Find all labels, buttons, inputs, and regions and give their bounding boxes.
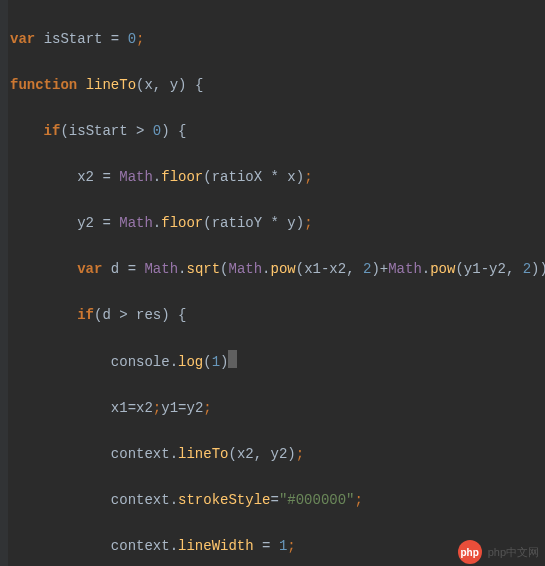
- watermark: php php中文网: [458, 540, 539, 564]
- code-line: function lineTo(x, y) {: [10, 74, 545, 97]
- code-line: context.lineTo(x2, y2);: [10, 443, 545, 466]
- text-cursor: [228, 350, 237, 368]
- code-line: if(d > res) {: [10, 304, 545, 327]
- watermark-text: php中文网: [488, 541, 539, 564]
- code-line: if(isStart > 0) {: [10, 120, 545, 143]
- editor-gutter: [0, 0, 8, 566]
- code-line: y2 = Math.floor(ratioY * y);: [10, 212, 545, 235]
- code-editor[interactable]: var isStart = 0; function lineTo(x, y) {…: [0, 0, 545, 566]
- watermark-icon: php: [458, 540, 482, 564]
- code-line: x1=x2;y1=y2;: [10, 397, 545, 420]
- code-line: x2 = Math.floor(ratioX * x);: [10, 166, 545, 189]
- code-line: var isStart = 0;: [10, 28, 545, 51]
- code-line: var d = Math.sqrt(Math.pow(x1-x2, 2)+Mat…: [10, 258, 545, 281]
- code-line: context.strokeStyle="#000000";: [10, 489, 545, 512]
- code-line: console.log(1): [10, 350, 545, 374]
